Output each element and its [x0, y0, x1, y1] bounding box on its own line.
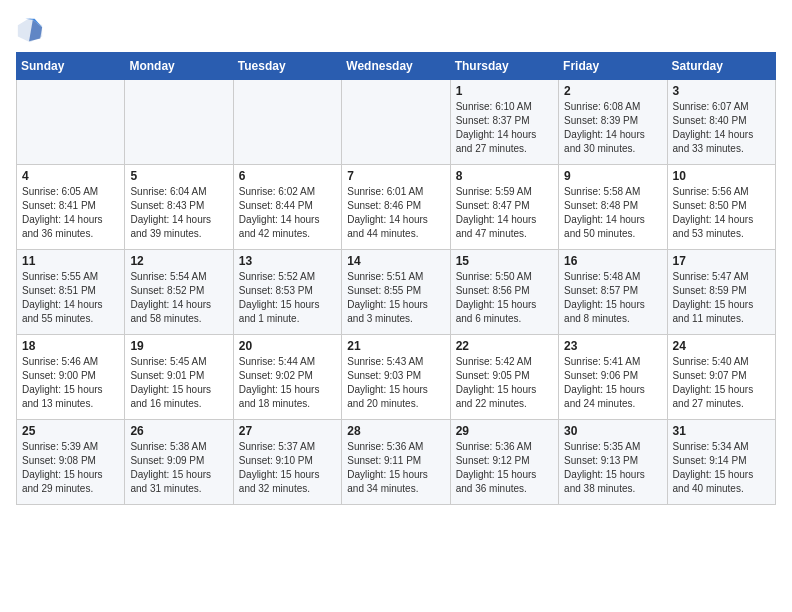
day-number: 27 [239, 424, 336, 438]
day-number: 20 [239, 339, 336, 353]
day-number: 28 [347, 424, 444, 438]
day-info: Sunrise: 6:04 AM Sunset: 8:43 PM Dayligh… [130, 185, 227, 241]
calendar-cell: 25Sunrise: 5:39 AM Sunset: 9:08 PM Dayli… [17, 420, 125, 505]
day-info: Sunrise: 5:45 AM Sunset: 9:01 PM Dayligh… [130, 355, 227, 411]
calendar-cell [342, 80, 450, 165]
day-info: Sunrise: 6:08 AM Sunset: 8:39 PM Dayligh… [564, 100, 661, 156]
calendar-cell: 29Sunrise: 5:36 AM Sunset: 9:12 PM Dayli… [450, 420, 558, 505]
calendar-cell: 26Sunrise: 5:38 AM Sunset: 9:09 PM Dayli… [125, 420, 233, 505]
day-number: 25 [22, 424, 119, 438]
day-info: Sunrise: 5:56 AM Sunset: 8:50 PM Dayligh… [673, 185, 770, 241]
day-info: Sunrise: 5:38 AM Sunset: 9:09 PM Dayligh… [130, 440, 227, 496]
calendar-cell: 15Sunrise: 5:50 AM Sunset: 8:56 PM Dayli… [450, 250, 558, 335]
calendar-cell: 28Sunrise: 5:36 AM Sunset: 9:11 PM Dayli… [342, 420, 450, 505]
day-info: Sunrise: 5:58 AM Sunset: 8:48 PM Dayligh… [564, 185, 661, 241]
day-info: Sunrise: 5:48 AM Sunset: 8:57 PM Dayligh… [564, 270, 661, 326]
calendar-cell: 16Sunrise: 5:48 AM Sunset: 8:57 PM Dayli… [559, 250, 667, 335]
calendar-cell: 6Sunrise: 6:02 AM Sunset: 8:44 PM Daylig… [233, 165, 341, 250]
calendar-cell: 2Sunrise: 6:08 AM Sunset: 8:39 PM Daylig… [559, 80, 667, 165]
calendar-cell: 24Sunrise: 5:40 AM Sunset: 9:07 PM Dayli… [667, 335, 775, 420]
day-number: 2 [564, 84, 661, 98]
calendar-cell: 14Sunrise: 5:51 AM Sunset: 8:55 PM Dayli… [342, 250, 450, 335]
calendar-cell: 11Sunrise: 5:55 AM Sunset: 8:51 PM Dayli… [17, 250, 125, 335]
day-number: 13 [239, 254, 336, 268]
day-info: Sunrise: 5:44 AM Sunset: 9:02 PM Dayligh… [239, 355, 336, 411]
day-info: Sunrise: 5:43 AM Sunset: 9:03 PM Dayligh… [347, 355, 444, 411]
calendar-cell: 31Sunrise: 5:34 AM Sunset: 9:14 PM Dayli… [667, 420, 775, 505]
day-number: 3 [673, 84, 770, 98]
day-info: Sunrise: 5:40 AM Sunset: 9:07 PM Dayligh… [673, 355, 770, 411]
day-number: 7 [347, 169, 444, 183]
day-number: 11 [22, 254, 119, 268]
day-number: 31 [673, 424, 770, 438]
day-header-friday: Friday [559, 53, 667, 80]
calendar-cell: 13Sunrise: 5:52 AM Sunset: 8:53 PM Dayli… [233, 250, 341, 335]
day-header-saturday: Saturday [667, 53, 775, 80]
day-number: 26 [130, 424, 227, 438]
calendar-cell: 4Sunrise: 6:05 AM Sunset: 8:41 PM Daylig… [17, 165, 125, 250]
day-info: Sunrise: 6:05 AM Sunset: 8:41 PM Dayligh… [22, 185, 119, 241]
calendar-cell: 20Sunrise: 5:44 AM Sunset: 9:02 PM Dayli… [233, 335, 341, 420]
calendar-cell: 7Sunrise: 6:01 AM Sunset: 8:46 PM Daylig… [342, 165, 450, 250]
day-info: Sunrise: 5:35 AM Sunset: 9:13 PM Dayligh… [564, 440, 661, 496]
day-info: Sunrise: 5:59 AM Sunset: 8:47 PM Dayligh… [456, 185, 553, 241]
calendar-cell: 19Sunrise: 5:45 AM Sunset: 9:01 PM Dayli… [125, 335, 233, 420]
calendar-cell: 5Sunrise: 6:04 AM Sunset: 8:43 PM Daylig… [125, 165, 233, 250]
day-number: 15 [456, 254, 553, 268]
day-header-wednesday: Wednesday [342, 53, 450, 80]
day-number: 8 [456, 169, 553, 183]
day-number: 30 [564, 424, 661, 438]
day-number: 18 [22, 339, 119, 353]
calendar-cell: 27Sunrise: 5:37 AM Sunset: 9:10 PM Dayli… [233, 420, 341, 505]
day-info: Sunrise: 5:39 AM Sunset: 9:08 PM Dayligh… [22, 440, 119, 496]
day-info: Sunrise: 5:51 AM Sunset: 8:55 PM Dayligh… [347, 270, 444, 326]
day-number: 19 [130, 339, 227, 353]
day-number: 21 [347, 339, 444, 353]
day-number: 29 [456, 424, 553, 438]
calendar-cell: 30Sunrise: 5:35 AM Sunset: 9:13 PM Dayli… [559, 420, 667, 505]
calendar-cell: 17Sunrise: 5:47 AM Sunset: 8:59 PM Dayli… [667, 250, 775, 335]
day-number: 22 [456, 339, 553, 353]
calendar-cell: 12Sunrise: 5:54 AM Sunset: 8:52 PM Dayli… [125, 250, 233, 335]
logo [16, 16, 48, 44]
calendar-week-row: 1Sunrise: 6:10 AM Sunset: 8:37 PM Daylig… [17, 80, 776, 165]
calendar-week-row: 4Sunrise: 6:05 AM Sunset: 8:41 PM Daylig… [17, 165, 776, 250]
day-info: Sunrise: 5:47 AM Sunset: 8:59 PM Dayligh… [673, 270, 770, 326]
day-number: 12 [130, 254, 227, 268]
day-info: Sunrise: 5:34 AM Sunset: 9:14 PM Dayligh… [673, 440, 770, 496]
calendar-cell: 21Sunrise: 5:43 AM Sunset: 9:03 PM Dayli… [342, 335, 450, 420]
day-header-sunday: Sunday [17, 53, 125, 80]
calendar-table: SundayMondayTuesdayWednesdayThursdayFrid… [16, 52, 776, 505]
calendar-cell: 8Sunrise: 5:59 AM Sunset: 8:47 PM Daylig… [450, 165, 558, 250]
calendar-week-row: 25Sunrise: 5:39 AM Sunset: 9:08 PM Dayli… [17, 420, 776, 505]
day-info: Sunrise: 5:42 AM Sunset: 9:05 PM Dayligh… [456, 355, 553, 411]
calendar-cell: 10Sunrise: 5:56 AM Sunset: 8:50 PM Dayli… [667, 165, 775, 250]
day-number: 6 [239, 169, 336, 183]
calendar-cell: 1Sunrise: 6:10 AM Sunset: 8:37 PM Daylig… [450, 80, 558, 165]
day-header-monday: Monday [125, 53, 233, 80]
calendar-week-row: 18Sunrise: 5:46 AM Sunset: 9:00 PM Dayli… [17, 335, 776, 420]
day-number: 16 [564, 254, 661, 268]
day-number: 23 [564, 339, 661, 353]
day-number: 1 [456, 84, 553, 98]
day-number: 14 [347, 254, 444, 268]
day-info: Sunrise: 5:52 AM Sunset: 8:53 PM Dayligh… [239, 270, 336, 326]
day-number: 10 [673, 169, 770, 183]
day-info: Sunrise: 5:50 AM Sunset: 8:56 PM Dayligh… [456, 270, 553, 326]
calendar-cell: 23Sunrise: 5:41 AM Sunset: 9:06 PM Dayli… [559, 335, 667, 420]
calendar-cell: 18Sunrise: 5:46 AM Sunset: 9:00 PM Dayli… [17, 335, 125, 420]
day-info: Sunrise: 6:10 AM Sunset: 8:37 PM Dayligh… [456, 100, 553, 156]
calendar-cell [125, 80, 233, 165]
day-number: 5 [130, 169, 227, 183]
calendar-header-row: SundayMondayTuesdayWednesdayThursdayFrid… [17, 53, 776, 80]
day-info: Sunrise: 5:41 AM Sunset: 9:06 PM Dayligh… [564, 355, 661, 411]
day-info: Sunrise: 5:36 AM Sunset: 9:11 PM Dayligh… [347, 440, 444, 496]
day-info: Sunrise: 5:55 AM Sunset: 8:51 PM Dayligh… [22, 270, 119, 326]
day-number: 17 [673, 254, 770, 268]
page-header [16, 16, 776, 44]
day-info: Sunrise: 5:54 AM Sunset: 8:52 PM Dayligh… [130, 270, 227, 326]
day-header-thursday: Thursday [450, 53, 558, 80]
day-number: 9 [564, 169, 661, 183]
calendar-week-row: 11Sunrise: 5:55 AM Sunset: 8:51 PM Dayli… [17, 250, 776, 335]
day-number: 4 [22, 169, 119, 183]
